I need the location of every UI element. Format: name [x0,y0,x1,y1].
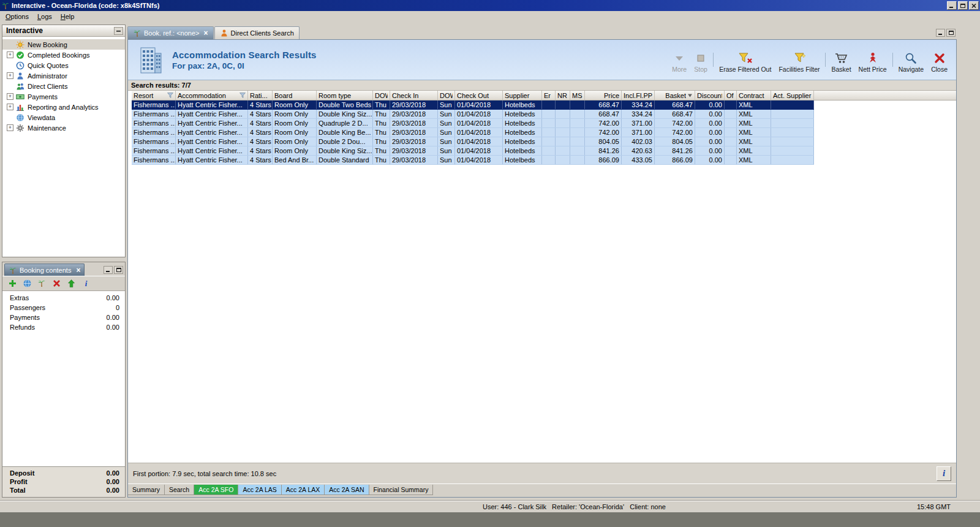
table-row[interactable]: Fishermans ...Hyatt Centric Fisher...4 S… [132,100,814,110]
sidebar-item-viewdata[interactable]: Viewdata [2,112,125,123]
cell [542,110,556,118]
delete-icon[interactable] [52,279,61,288]
sidebar-item-quick-quotes[interactable]: Quick Quotes [2,60,125,70]
palm-icon[interactable] [37,279,47,288]
column-header-er[interactable]: Er [542,91,556,100]
close-panel-icon[interactable]: × [76,267,80,273]
cell [570,100,585,109]
column-header-nr[interactable]: NR [556,91,570,100]
cell: 334.24 [622,100,655,109]
sidebar-item-reporting-and-analytics[interactable]: +Reporting and Analytics [2,102,125,112]
tab-direct-clients-search[interactable]: Direct Clients Search [214,26,300,39]
navigate-button[interactable]: Navigate [895,51,927,73]
table-row[interactable]: Fishermans ...Hyatt Centric Fisher...4 S… [132,128,814,137]
expander-spacer [7,41,13,48]
cell: 0.00 [695,110,725,118]
cell: Hyatt Centric Fisher... [176,146,248,155]
tool-label: Nett Price [859,66,887,73]
column-header-room-type[interactable]: Room type [317,91,373,100]
info-icon[interactable]: i [81,279,91,288]
cell [771,100,814,109]
bottom-tab-acc-2a-lax[interactable]: Acc 2A LAX [282,485,325,495]
bottom-tab-summary[interactable]: Summary [128,485,165,495]
column-header-rati[interactable]: Rati... [248,91,273,100]
column-header-act-supplier[interactable]: Act. Supplier [771,91,814,100]
sidebar-item-completed-bookings[interactable]: +Completed Bookings [2,50,125,60]
booking-contents-title: Booking contents [20,267,71,274]
column-header-check-out[interactable]: Check Out [455,91,503,100]
column-header-resort[interactable]: Resort [132,91,176,100]
booking-contents-panel: Booking contents × i Extras0.00Passenger… [2,262,126,498]
panel-minimize-button[interactable] [104,266,113,274]
cell [542,100,556,109]
menu-logs[interactable]: Logs [33,12,56,21]
minimize-button[interactable] [947,1,957,10]
expand-icon[interactable]: + [7,104,13,110]
close-button[interactable]: Close [927,51,951,73]
sidebar-item-new-booking[interactable]: New Booking [2,39,125,50]
cell: Hotelbeds [503,137,542,146]
cell [725,119,737,127]
info-button[interactable]: i [937,466,951,481]
column-header-discount[interactable]: Discount [695,91,725,100]
bottom-tab-strip: SummarySearchAcc 2A SFOAcc 2A LASAcc 2A … [128,483,956,497]
item-value: 0.00 [107,324,119,331]
sidebar-item-administrator[interactable]: +Administrator [2,70,125,81]
cell [570,119,585,127]
bottom-tab-acc-2a-san[interactable]: Acc 2A SAN [325,485,369,495]
bottom-tab-acc-2a-las[interactable]: Acc 2A LAS [238,485,281,495]
column-header-ms[interactable]: MS [570,91,585,100]
tab-book-ref-none[interactable]: Book. ref.: <none>× [127,26,214,39]
table-row[interactable]: Fishermans ...Hyatt Centric Fisher...4 S… [132,146,814,156]
column-header-dow[interactable]: DOW [438,91,455,100]
menu-options[interactable]: Options [1,12,33,21]
column-header-of[interactable]: Of [725,91,737,100]
sidebar-tree: New Booking+Completed BookingsQuick Quot… [2,37,125,133]
column-header-board[interactable]: Board [273,91,317,100]
column-header-incl-fl-pp[interactable]: Incl.Fl.PP [622,91,655,100]
add-icon[interactable] [8,279,17,288]
globe-icon[interactable] [23,279,32,288]
column-header-dow[interactable]: DOW [373,91,390,100]
bottom-tab-financial-summary[interactable]: Financial Summary [369,485,434,495]
collapse-panel-button[interactable] [114,27,123,35]
basket-button[interactable]: Basket [827,51,854,73]
bottom-tab-search[interactable]: Search [165,485,194,495]
expand-icon[interactable]: + [7,93,13,100]
maximize-button[interactable] [958,1,968,10]
sidebar-item-direct-clients[interactable]: Direct Clients [2,81,125,91]
column-header-accommodation[interactable]: Accommodation [176,91,248,100]
sidebar-item-payments[interactable]: +Payments [2,91,125,102]
panel-maximize-button[interactable] [114,266,123,274]
nett-price-button[interactable]: Nett Price [855,51,891,73]
expand-icon[interactable]: + [7,124,13,131]
column-header-price[interactable]: Price [585,91,622,100]
column-header-supplier[interactable]: Supplier [503,91,542,100]
tab-close-icon[interactable]: × [204,30,208,36]
table-row[interactable]: Fishermans ...Hyatt Centric Fisher...4 S… [132,156,814,165]
table-row[interactable]: Fishermans ...Hyatt Centric Fisher...4 S… [132,137,814,146]
doc-minimize-button[interactable] [936,29,945,37]
facilities-filter-button[interactable]: Facilities Filter [775,51,823,73]
table-row[interactable]: Fishermans ...Hyatt Centric Fisher...4 S… [132,119,814,128]
expand-icon[interactable]: + [7,51,13,58]
menu-help[interactable]: Help [56,12,79,21]
cell: Hyatt Centric Fisher... [176,110,248,118]
booking-contents-tab[interactable]: Booking contents × [4,264,85,276]
column-header-contract[interactable]: Contract [737,91,771,100]
column-header-basket[interactable]: Basket [655,91,695,100]
expand-icon[interactable]: + [7,72,13,79]
sidebar-item-maintenance[interactable]: +Maintenance [2,123,125,133]
booking-contents-total: Deposit0.00 [2,469,125,477]
doc-maximize-button[interactable] [946,29,956,37]
close-button[interactable] [969,1,979,10]
upload-icon[interactable] [67,279,76,288]
erase-filtered-out-button[interactable]: Erase Filtered Out [715,51,775,73]
cell: 4 Stars [248,100,273,109]
bottom-tab-acc-2a-sfo[interactable]: Acc 2A SFO [194,485,238,495]
cell: 01/04/2018 [455,128,503,137]
column-header-check-in[interactable]: Check In [390,91,438,100]
item-value: 0.00 [107,478,119,485]
table-row[interactable]: Fishermans ...Hyatt Centric Fisher...4 S… [132,110,814,119]
cell: Double 2 Dou... [317,137,373,146]
